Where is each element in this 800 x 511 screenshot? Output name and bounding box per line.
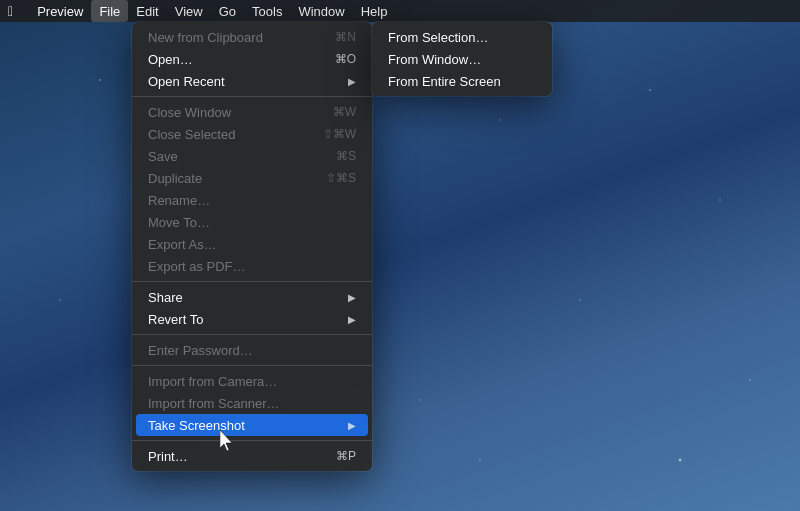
menu-item-revert-to[interactable]: Revert To ▶ — [132, 308, 372, 330]
menubar-go[interactable]: Go — [211, 0, 244, 22]
menu-item-new-from-clipboard[interactable]: New from Clipboard ⌘N — [132, 26, 372, 48]
menu-item-print[interactable]: Print… ⌘P — [132, 445, 372, 467]
menu-item-rename[interactable]: Rename… — [132, 189, 372, 211]
menu-item-move-to[interactable]: Move To… — [132, 211, 372, 233]
submenu-arrow-screenshot-icon: ▶ — [348, 420, 356, 431]
menu-item-from-window[interactable]: From Window… — [372, 48, 552, 70]
menu-item-open-recent[interactable]: Open Recent ▶ — [132, 70, 372, 92]
separator-3 — [132, 334, 372, 335]
submenu-arrow-share-icon: ▶ — [348, 292, 356, 303]
menu-item-close-selected[interactable]: Close Selected ⇧⌘W — [132, 123, 372, 145]
menubar-preview[interactable]: Preview — [29, 0, 91, 22]
menu-item-save[interactable]: Save ⌘S — [132, 145, 372, 167]
menubar-window[interactable]: Window — [290, 0, 352, 22]
menu-item-enter-password[interactable]: Enter Password… — [132, 339, 372, 361]
menubar-file[interactable]: File — [91, 0, 128, 22]
menubar:  Preview File Edit View Go Tools Window… — [0, 0, 800, 22]
separator-5 — [132, 440, 372, 441]
menu-item-duplicate[interactable]: Duplicate ⇧⌘S — [132, 167, 372, 189]
separator-1 — [132, 96, 372, 97]
separator-4 — [132, 365, 372, 366]
menu-item-import-scanner[interactable]: Import from Scanner… — [132, 392, 372, 414]
menu-item-import-camera[interactable]: Import from Camera… — [132, 370, 372, 392]
menu-item-from-selection[interactable]: From Selection… — [372, 26, 552, 48]
separator-2 — [132, 281, 372, 282]
submenu-arrow-revert-icon: ▶ — [348, 314, 356, 325]
file-dropdown-menu: New from Clipboard ⌘N Open… ⌘O Open Rece… — [132, 22, 372, 471]
apple-menu-icon[interactable]:  — [8, 3, 13, 19]
menu-item-close-window[interactable]: Close Window ⌘W — [132, 101, 372, 123]
menu-item-export-as-pdf[interactable]: Export as PDF… — [132, 255, 372, 277]
menu-item-export-as[interactable]: Export As… — [132, 233, 372, 255]
screenshot-submenu: From Selection… From Window… From Entire… — [372, 22, 552, 96]
menubar-view[interactable]: View — [167, 0, 211, 22]
menubar-edit[interactable]: Edit — [128, 0, 166, 22]
menu-item-open[interactable]: Open… ⌘O — [132, 48, 372, 70]
menu-item-take-screenshot[interactable]: Take Screenshot ▶ — [136, 414, 368, 436]
menu-item-share[interactable]: Share ▶ — [132, 286, 372, 308]
menubar-help[interactable]: Help — [353, 0, 396, 22]
submenu-arrow-icon: ▶ — [348, 76, 356, 87]
menubar-tools[interactable]: Tools — [244, 0, 290, 22]
menu-item-from-entire-screen[interactable]: From Entire Screen — [372, 70, 552, 92]
